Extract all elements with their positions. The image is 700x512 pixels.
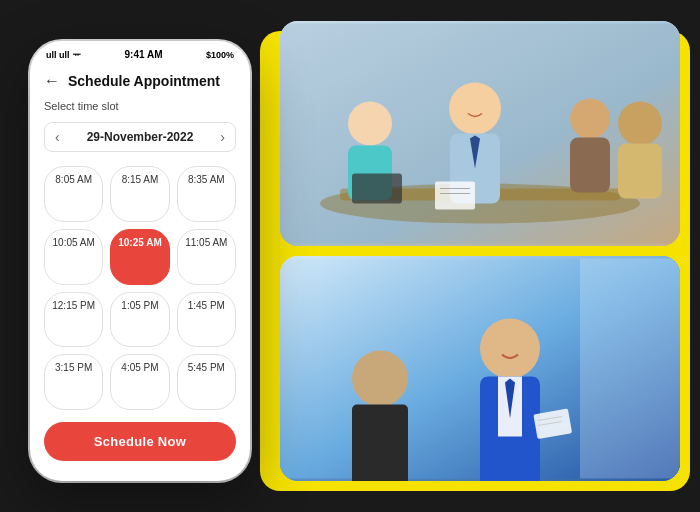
svg-rect-18 xyxy=(352,405,408,482)
time-slot-8[interactable]: 1:45 PM xyxy=(177,292,236,348)
battery-indicator: $100% xyxy=(206,50,234,60)
prev-date-button[interactable]: ‹ xyxy=(55,129,60,145)
current-date: 29-November-2022 xyxy=(87,130,194,144)
time-slot-9[interactable]: 3:15 PM xyxy=(44,354,103,410)
svg-rect-12 xyxy=(618,144,662,199)
back-button[interactable]: ← xyxy=(44,72,60,90)
signal-indicator: ull ull ᅲ xyxy=(46,50,81,60)
phone-footer: Schedule Now xyxy=(30,410,250,481)
svg-rect-5 xyxy=(352,174,402,204)
svg-rect-26 xyxy=(580,259,680,479)
scene: ull ull ᅲ 9:41 AM $100% ← Schedule Appoi… xyxy=(10,11,690,501)
svg-point-17 xyxy=(352,351,408,407)
time-slot-1[interactable]: 8:15 AM xyxy=(110,166,169,222)
time-slot-5[interactable]: 11:05 AM xyxy=(177,229,236,285)
svg-point-19 xyxy=(480,319,540,379)
time-slot-6[interactable]: 12:15 PM xyxy=(44,292,103,348)
svg-point-9 xyxy=(570,99,610,139)
page-title: Schedule Appointment xyxy=(68,73,220,89)
time-slot-2[interactable]: 8:35 AM xyxy=(177,166,236,222)
status-bar: ull ull ᅲ 9:41 AM $100% xyxy=(30,41,250,64)
phone-mockup: ull ull ᅲ 9:41 AM $100% ← Schedule Appoi… xyxy=(30,41,250,481)
time-slot-0[interactable]: 8:05 AM xyxy=(44,166,103,222)
time-slot-10[interactable]: 4:05 PM xyxy=(110,354,169,410)
date-navigator[interactable]: ‹ 29-November-2022 › xyxy=(44,122,236,152)
phone-content: ← Schedule Appointment Select time slot … xyxy=(30,64,250,410)
schedule-now-button[interactable]: Schedule Now xyxy=(44,422,236,461)
section-label: Select time slot xyxy=(44,100,236,112)
photos-container xyxy=(280,21,680,481)
time-slot-7[interactable]: 1:05 PM xyxy=(110,292,169,348)
time-slots-grid: 8:05 AM 8:15 AM 8:35 AM 10:05 AM 10:25 A… xyxy=(44,166,236,410)
time-slot-11[interactable]: 5:45 PM xyxy=(177,354,236,410)
svg-rect-13 xyxy=(435,182,475,210)
svg-point-3 xyxy=(348,102,392,146)
svg-point-6 xyxy=(449,83,501,135)
phone-header: ← Schedule Appointment xyxy=(44,64,236,100)
time-slot-3[interactable]: 10:05 AM xyxy=(44,229,103,285)
svg-rect-10 xyxy=(570,138,610,193)
svg-point-11 xyxy=(618,102,662,146)
photo-meeting xyxy=(280,21,680,246)
next-date-button[interactable]: › xyxy=(220,129,225,145)
time-slot-4[interactable]: 10:25 AM xyxy=(110,229,169,285)
photo-consultation xyxy=(280,256,680,481)
status-time: 9:41 AM xyxy=(124,49,162,60)
